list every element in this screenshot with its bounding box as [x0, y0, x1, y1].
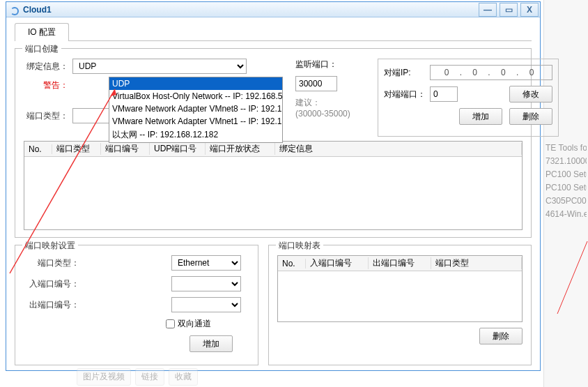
port-create-legend: 端口创建	[22, 43, 61, 55]
dropdown-option[interactable]: VMware Network Adapter VMnet1 -- IP: 192…	[109, 115, 282, 128]
dropdown-option[interactable]: VMware Network Adapter VMnet8 -- IP: 192…	[109, 103, 282, 115]
mth-no: No.	[278, 259, 306, 268]
app-icon	[9, 4, 20, 15]
port-type-label: 端口类型：	[24, 110, 68, 122]
peer-port-label: 对端端口：	[384, 89, 426, 100]
delete-map-button[interactable]: 删除	[479, 328, 523, 344]
bind-label: 绑定信息：	[24, 61, 68, 73]
modify-button[interactable]: 修改	[509, 86, 552, 103]
window-title: Cloud1	[23, 5, 52, 15]
dropdown-option[interactable]: 以太网 -- IP: 192.168.12.182	[109, 128, 282, 142]
port-map-set-legend: 端口映射设置	[22, 240, 78, 252]
port-map-table-legend: 端口映射表	[276, 240, 323, 252]
port-table: No. 端口类型 端口编号 UDP端口号 端口开放状态 绑定信息	[24, 141, 523, 230]
in-port-select[interactable]	[171, 276, 241, 291]
th-bind: 绑定信息	[275, 143, 522, 155]
bind-select[interactable]: UDP	[72, 59, 247, 74]
cloud1-window: Cloud1 — ▭ X IO 配置 端口创建 绑定信息： UDP	[6, 1, 541, 371]
peer-port-input[interactable]	[430, 86, 458, 102]
bi-channel-check[interactable]: 双向通道	[166, 318, 211, 330]
peer-ip-input[interactable]: 0 . 0 . 0 . 0	[430, 65, 552, 80]
th-type: 端口类型	[52, 143, 101, 155]
add-map-button[interactable]: 增加	[189, 335, 233, 352]
suggest-range: (30000-35000)	[295, 109, 350, 119]
delete-port-button[interactable]: 删除	[509, 108, 552, 125]
add-port-button[interactable]: 增加	[459, 108, 502, 125]
th-status: 端口开放状态	[206, 143, 275, 155]
map-table: No. 入端口编号 出端口编号 端口类型	[277, 255, 523, 322]
port-map-set-group: 端口映射设置 端口类型： Ethernet 入端口编号： 出端口编号：	[15, 245, 258, 365]
listen-port-label: 监听端口：	[295, 59, 337, 70]
listen-port-input[interactable]	[295, 76, 337, 91]
in-port-label: 入端口编号：	[24, 278, 79, 290]
mth-out: 出端口编号	[369, 257, 431, 269]
close-button[interactable]: X	[520, 3, 539, 17]
bind-dropdown-list[interactable]: UDP VirtualBox Host-Only Network -- IP: …	[109, 77, 283, 143]
minimize-button[interactable]: —	[479, 3, 497, 17]
mth-in: 入端口编号	[306, 257, 369, 269]
dropdown-option[interactable]: UDP	[109, 77, 282, 90]
tab-io-config[interactable]: IO 配置	[15, 23, 69, 41]
port-create-group: 端口创建 绑定信息： UDP 警告： 端口类型：	[15, 48, 532, 238]
th-no: No.	[24, 144, 52, 154]
tab-strip: IO 配置	[15, 23, 532, 41]
mth-type: 端口类型	[431, 257, 522, 269]
map-type-select[interactable]: Ethernet	[171, 255, 241, 271]
maximize-button[interactable]: ▭	[500, 3, 518, 17]
out-port-select[interactable]	[171, 297, 241, 312]
background-tabs: 图片及视频链接收藏	[77, 368, 198, 386]
port-map-table-group: 端口映射表 No. 入端口编号 出端口编号 端口类型 删除	[268, 245, 532, 365]
warn-label: 警告：	[24, 79, 68, 91]
th-port-num: 端口编号	[101, 143, 150, 155]
suggest-label: 建议：	[295, 97, 320, 109]
th-udp: UDP端口号	[150, 143, 206, 155]
peer-ip-label: 对端IP:	[384, 67, 426, 79]
map-type-label: 端口类型：	[24, 257, 79, 269]
dropdown-option[interactable]: VirtualBox Host-Only Network -- IP: 192.…	[109, 90, 282, 103]
title-bar: Cloud1 — ▭ X	[6, 2, 540, 17]
out-port-label: 出端口编号：	[24, 299, 79, 311]
